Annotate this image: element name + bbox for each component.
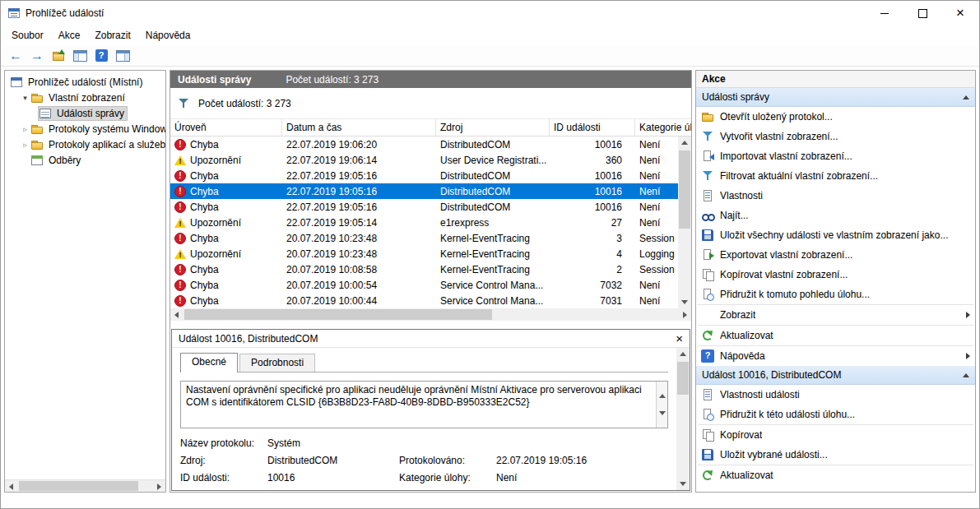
- scrollbar-thumb[interactable]: [184, 309, 492, 320]
- tab-details[interactable]: Podrobnosti: [239, 354, 315, 372]
- table-row[interactable]: Chyba 20.07.2019 10:23:48 Kernel-EventTr…: [170, 230, 678, 246]
- back-button[interactable]: ←: [6, 47, 26, 65]
- help-button[interactable]: [91, 47, 111, 65]
- tree-item-root[interactable]: Prohlížeč událostí (Místní): [5, 74, 165, 90]
- maximize-button[interactable]: [903, 1, 941, 25]
- menu-view[interactable]: Zobrazit: [87, 27, 137, 44]
- forward-button[interactable]: →: [27, 47, 47, 65]
- actions-section-header-admin-events[interactable]: Události správy: [696, 88, 975, 107]
- tree-item-admin-events[interactable]: Události správy: [5, 105, 165, 121]
- tree-horizontal-scrollbar[interactable]: [5, 479, 165, 492]
- actions-section-header-event[interactable]: Událost 10016, DistributedCOM: [696, 366, 975, 385]
- error-icon: [174, 201, 186, 213]
- scroll-up-arrow[interactable]: [676, 348, 689, 360]
- scroll-down-arrow[interactable]: [676, 478, 689, 490]
- action-import-custom-view[interactable]: Importovat vlastní zobrazení...: [696, 146, 975, 166]
- collapse-icon[interactable]: [963, 95, 969, 99]
- action-export-custom-view[interactable]: Exportovat vlastní zobrazení...: [696, 245, 975, 265]
- table-vertical-scrollbar[interactable]: [678, 137, 691, 308]
- scroll-left-arrow[interactable]: [5, 480, 17, 493]
- scroll-right-arrow[interactable]: [153, 480, 165, 493]
- action-view-submenu[interactable]: Zobrazit: [696, 305, 975, 325]
- properties-icon: [701, 388, 714, 401]
- minimize-button[interactable]: [866, 1, 903, 25]
- table-row[interactable]: Chyba 20.07.2019 10:00:54 Service Contro…: [170, 277, 678, 293]
- action-find[interactable]: Najít...: [696, 206, 975, 225]
- action-save-all-events[interactable]: Uložit všechny události ve vlastním zobr…: [696, 225, 975, 245]
- show-console-tree-button[interactable]: [70, 47, 90, 65]
- action-item-label: Vlastnosti: [720, 190, 763, 201]
- tab-general[interactable]: Obecné: [180, 353, 238, 372]
- menu-help[interactable]: Nápověda: [138, 27, 198, 44]
- folder-icon: [30, 123, 44, 136]
- action-save-selected-events[interactable]: Uložit vybrané události...: [696, 445, 975, 465]
- level-cell: Chyba: [190, 139, 219, 150]
- action-attach-task-to-view[interactable]: Přidružit k tomuto pohledu úlohu...: [696, 285, 975, 304]
- column-header-category[interactable]: Kategorie úlohy: [635, 119, 691, 136]
- action-properties[interactable]: Vlastnosti: [696, 186, 975, 206]
- description-scrollbar[interactable]: [656, 382, 667, 428]
- action-event-properties[interactable]: Vlastnosti události: [696, 385, 975, 405]
- scrollbar-thumb[interactable]: [19, 481, 138, 491]
- tree-item-windows-logs[interactable]: Protokoly systému Windows: [5, 121, 165, 137]
- source-cell: DistributedCOM: [436, 170, 550, 182]
- expander-open-icon[interactable]: [20, 94, 30, 102]
- action-item-label: Importovat vlastní zobrazení...: [720, 150, 852, 162]
- expander-closed-icon[interactable]: [20, 125, 30, 133]
- menu-action[interactable]: Akce: [51, 27, 88, 44]
- scroll-left-arrow[interactable]: [170, 308, 183, 321]
- category-cell: Není: [635, 186, 678, 197]
- show-action-pane-button[interactable]: [113, 47, 132, 65]
- tree-item-subscriptions[interactable]: Odběry: [5, 152, 165, 168]
- menu-file[interactable]: Soubor: [4, 27, 51, 44]
- tree-item-app-logs[interactable]: Protokoly aplikací a služeb: [5, 137, 165, 152]
- table-row[interactable]: Chyba 20.07.2019 10:08:58 Kernel-EventTr…: [170, 261, 678, 277]
- action-refresh-event[interactable]: Aktualizovat: [696, 465, 975, 485]
- attach-task-icon: [701, 288, 714, 301]
- help-icon: [701, 349, 714, 363]
- action-refresh[interactable]: Aktualizovat: [696, 326, 975, 345]
- expander-closed-icon[interactable]: [20, 141, 30, 149]
- table-horizontal-scrollbar[interactable]: [170, 308, 691, 321]
- scrollbar-thumb[interactable]: [679, 150, 690, 229]
- action-help-submenu[interactable]: Nápověda: [696, 346, 975, 366]
- tree-item-custom-views[interactable]: Vlastní zobrazení: [5, 90, 165, 105]
- column-header-event-id[interactable]: ID události: [550, 119, 635, 136]
- events-panel-header: Události správy Počet událostí: 3 273: [170, 71, 691, 88]
- close-detail-icon[interactable]: ×: [676, 332, 683, 345]
- scroll-down-arrow[interactable]: [659, 415, 666, 427]
- action-attach-task-to-event[interactable]: Přidružit k této události úlohu...: [696, 405, 975, 424]
- table-row[interactable]: Chyba 20.07.2019 10:00:44 Service Contro…: [170, 293, 678, 308]
- datetime-cell: 22.07.2019 19:05:14: [282, 217, 436, 229]
- table-row[interactable]: Chyba 22.07.2019 19:05:16 DistributedCOM…: [170, 199, 678, 215]
- action-create-custom-view[interactable]: Vytvořit vlastní zobrazení...: [696, 127, 975, 146]
- column-header-datetime[interactable]: Datum a čas: [282, 119, 436, 136]
- console-tree-panel: Prohlížeč událostí (Místní) Vlastní zobr…: [4, 70, 166, 493]
- detail-vertical-scrollbar[interactable]: [676, 348, 690, 490]
- action-copy-custom-view[interactable]: Kopírovat vlastní zobrazení...: [696, 265, 975, 285]
- action-open-saved-log[interactable]: Otevřít uložený protokol...: [696, 107, 975, 127]
- error-icon: [174, 295, 186, 307]
- event-description: Nastavení oprávnění specifické pro aplik…: [181, 382, 656, 428]
- scrollbar-thumb[interactable]: [677, 362, 689, 395]
- table-row[interactable]: Upozornění 20.07.2019 10:23:48 Kernel-Ev…: [170, 246, 678, 261]
- action-copy-event[interactable]: Kopírovat: [696, 425, 975, 445]
- detail-title: Událost 10016, DistributedCOM: [179, 333, 318, 345]
- table-row[interactable]: Upozornění 22.07.2019 19:05:14 e1rexpres…: [170, 215, 678, 230]
- scroll-up-arrow[interactable]: [659, 382, 666, 394]
- table-row[interactable]: Upozornění 22.07.2019 19:06:14 User Devi…: [170, 152, 678, 168]
- table-row[interactable]: Chyba 22.07.2019 19:05:16 DistributedCOM…: [170, 168, 678, 183]
- column-header-level[interactable]: Úroveň: [170, 119, 282, 136]
- action-filter-current-view[interactable]: Filtrovat aktuální vlastní zobrazení...: [696, 166, 975, 186]
- table-row-selected[interactable]: Chyba 22.07.2019 19:05:16 DistributedCOM…: [170, 183, 678, 199]
- scroll-up-arrow[interactable]: [678, 137, 690, 149]
- collapse-icon[interactable]: [963, 373, 969, 377]
- scroll-down-arrow[interactable]: [678, 296, 690, 308]
- table-row[interactable]: Chyba 22.07.2019 19:06:20 DistributedCOM…: [170, 137, 678, 152]
- source-cell: Service Control Mana...: [436, 295, 550, 307]
- column-header-source[interactable]: Zdroj: [436, 119, 550, 136]
- up-level-button[interactable]: [49, 47, 68, 65]
- scroll-right-arrow[interactable]: [679, 308, 691, 321]
- back-icon: ←: [9, 49, 22, 62]
- close-button[interactable]: [941, 1, 979, 25]
